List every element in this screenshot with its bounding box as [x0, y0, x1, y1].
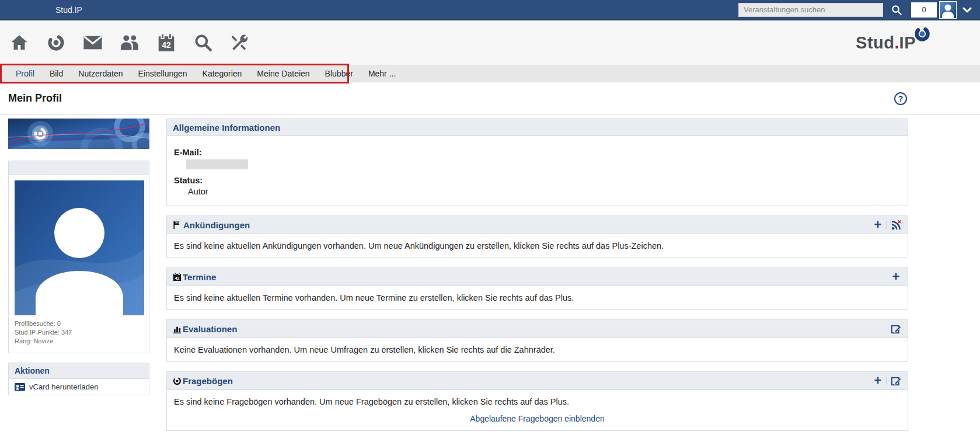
show-expired-questionnaires-link[interactable]: Abgelaufene Fragebögen einblenden	[470, 414, 604, 423]
section-general-header: Allgemeine Informationen	[167, 119, 908, 136]
search-input[interactable]	[738, 3, 883, 17]
announcements-empty-text: Es sind keine aktuellen Ankündigungen vo…	[174, 241, 664, 250]
top-bar: Stud.IP 0	[0, 0, 980, 20]
section-general-title: Allgemeine Informationen	[173, 123, 280, 133]
questionnaire-icon	[173, 377, 182, 385]
tab-meine-dateien[interactable]: Meine Dateien	[249, 65, 317, 82]
sidebar-banner-image	[8, 119, 149, 149]
avatar-icon	[940, 3, 956, 18]
logo-red-dot: .	[895, 33, 899, 53]
tab-einstellungen[interactable]: Einstellungen	[131, 65, 195, 82]
section-evaluations: Evaluationen Keine Evaluationen vorhande…	[166, 319, 908, 362]
profile-points: Stud.IP-Punkte: 347	[15, 328, 143, 337]
email-label: E-Mail:	[174, 148, 901, 157]
profile-avatar-placeholder	[15, 180, 144, 315]
section-dates-body: Es sind keine aktuellen Termine vorhande…	[167, 286, 908, 309]
sidebar: Profilbesuche: 0 Stud.IP-Punkte: 347 Ran…	[8, 119, 149, 435]
action-separator	[887, 221, 887, 229]
status-label: Status:	[174, 176, 901, 185]
nav-profile-spiral-button[interactable]	[46, 32, 66, 54]
nav-home-button[interactable]	[9, 32, 29, 54]
tab-blubber[interactable]: Blubber	[318, 65, 361, 82]
evaluations-empty-text: Keine Evaluationen vorhanden. Um neue Um…	[174, 345, 555, 354]
main-navigation-bar: 42 Stud.IP	[0, 20, 980, 65]
notification-counter[interactable]: 0	[911, 2, 937, 18]
section-announcements: Ankündigungen + Es sind keine a	[166, 215, 908, 258]
actions-card: Aktionen vCard herunterladen	[8, 363, 149, 395]
questionnaires-empty-text: Es sind keine Fragebögen vorhanden. Um n…	[174, 397, 569, 406]
search-submit-button[interactable]	[889, 2, 904, 18]
user-menu-chevron[interactable]	[962, 6, 972, 13]
add-announcement-button plus-icon[interactable]: +	[872, 219, 884, 231]
vcard-icon	[15, 383, 25, 391]
nav-search-button[interactable]	[193, 32, 213, 54]
evaluation-icon	[173, 325, 182, 333]
logo-text-part1: Stud	[856, 33, 894, 53]
section-dates-title: Termine	[183, 272, 216, 282]
add-questionnaire-button plus-icon[interactable]: +	[872, 375, 884, 387]
user-avatar-button[interactable]	[939, 1, 957, 19]
svg-text:42: 42	[175, 276, 180, 280]
magnifier-icon	[891, 4, 902, 16]
page-layout: Profilbesuche: 0 Stud.IP-Punkte: 347 Ran…	[0, 115, 980, 435]
rss-off-icon[interactable]	[890, 219, 902, 231]
dates-actions: +	[890, 271, 902, 283]
svg-text:42: 42	[162, 40, 171, 50]
vcard-download-link[interactable]: vCard herunterladen	[9, 379, 149, 395]
profile-stats: Profilbesuche: 0 Stud.IP-Punkte: 347 Ran…	[15, 315, 143, 347]
action-separator	[887, 377, 887, 385]
news-icon	[173, 220, 182, 229]
profile-visits: Profilbesuche: 0	[15, 319, 143, 328]
home-icon	[10, 33, 29, 52]
section-dates: 42 Termine + Es sind keine aktuellen Ter…	[166, 267, 908, 310]
section-questionnaires: Fragebögen + Es sind keine Fragebögen vo…	[166, 371, 908, 431]
section-questionnaires-title: Fragebögen	[183, 376, 233, 386]
calendar-42-icon: 42	[157, 33, 176, 53]
tools-icon	[231, 33, 249, 52]
help-icon[interactable]: ?	[894, 92, 907, 105]
actions-card-title: Aktionen	[9, 363, 149, 379]
content-header: Mein Profil ?	[0, 82, 980, 115]
section-announcements-body: Es sind keine aktuellen Ankündigungen vo…	[167, 234, 908, 257]
profile-card: Profilbesuche: 0 Stud.IP-Punkte: 347 Ran…	[8, 161, 149, 353]
profile-card-body: Profilbesuche: 0 Stud.IP-Punkte: 347 Ran…	[9, 175, 149, 353]
tab-mehr[interactable]: Mehr ...	[361, 65, 403, 82]
mail-icon	[83, 34, 103, 51]
nav-community-button[interactable]	[120, 32, 139, 54]
section-dates-header: 42 Termine +	[167, 268, 908, 286]
logo-spiral-icon	[913, 25, 931, 43]
section-evaluations-body: Keine Evaluationen vorhanden. Um neue Um…	[167, 338, 908, 361]
dates-empty-text: Es sind keine aktuellen Termine vorhande…	[174, 293, 574, 302]
section-evaluations-header: Evaluationen	[167, 320, 908, 338]
vcard-download-label: vCard herunterladen	[29, 382, 99, 391]
section-evaluations-title: Evaluationen	[183, 324, 237, 334]
spiral-icon	[47, 33, 65, 52]
section-questionnaires-header: Fragebögen +	[167, 372, 908, 390]
nav-messages-button[interactable]	[83, 32, 103, 54]
tab-bild[interactable]: Bild	[42, 65, 71, 82]
section-general-body: E-Mail: Status: Autor	[167, 136, 908, 206]
app-title: Stud.IP	[55, 5, 82, 15]
add-date-button plus-icon[interactable]: +	[890, 271, 902, 283]
announcements-actions: +	[872, 219, 902, 231]
expired-questionnaires-row: Abgelaufene Fragebögen einblenden	[174, 414, 901, 423]
studip-logo[interactable]: Stud.IP	[856, 33, 916, 53]
status-value: Autor	[188, 185, 901, 196]
nav-schedule-button[interactable]: 42	[156, 32, 176, 54]
search-icon	[194, 33, 212, 52]
chevron-down-icon	[962, 6, 972, 13]
tab-kategorien[interactable]: Kategorien	[195, 65, 250, 82]
questionnaires-actions: +	[872, 375, 902, 387]
edit-questionnaires-button edit-icon[interactable]	[890, 375, 902, 387]
section-announcements-header: Ankündigungen +	[167, 216, 908, 234]
profile-rank: Rang: Novize	[15, 337, 143, 346]
section-announcements-title: Ankündigungen	[183, 220, 250, 230]
profile-tab-bar: Profil Bild Nutzerdaten Einstellungen Ka…	[0, 65, 980, 82]
nav-tools-button[interactable]	[230, 32, 250, 54]
tab-nutzerdaten[interactable]: Nutzerdaten	[71, 65, 130, 82]
edit-evaluations-button edit-icon[interactable]	[890, 323, 902, 335]
schedule-icon: 42	[173, 272, 182, 281]
tab-profil[interactable]: Profil	[8, 65, 42, 82]
profile-card-header	[9, 161, 149, 175]
page-title: Mein Profil	[8, 92, 62, 105]
